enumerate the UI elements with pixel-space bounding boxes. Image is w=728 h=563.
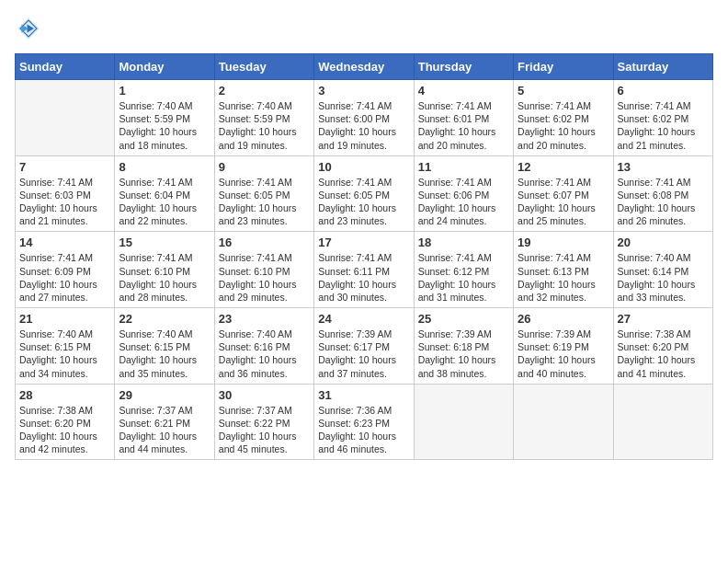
daylight-minutes: and 45 minutes. — [219, 442, 310, 455]
daylight-text: Daylight: 10 hours — [119, 353, 210, 366]
day-number: 12 — [518, 160, 609, 174]
sunrise-text: Sunrise: 7:41 AM — [518, 176, 609, 189]
logo — [15, 15, 46, 42]
day-number: 13 — [618, 160, 709, 174]
day-number: 28 — [19, 388, 110, 402]
sunset-text: Sunset: 5:59 PM — [119, 112, 210, 125]
daylight-minutes: and 24 minutes. — [418, 214, 509, 227]
day-number: 9 — [219, 160, 310, 174]
sunrise-text: Sunrise: 7:37 AM — [119, 404, 210, 417]
calendar-cell: 4 Sunrise: 7:41 AM Sunset: 6:01 PM Dayli… — [414, 80, 513, 156]
day-number: 2 — [219, 84, 310, 98]
day-number: 26 — [518, 312, 609, 326]
calendar-cell: 2 Sunrise: 7:40 AM Sunset: 5:59 PM Dayli… — [214, 80, 313, 156]
daylight-minutes: and 44 minutes. — [119, 442, 210, 455]
day-number: 23 — [219, 312, 310, 326]
daylight-text: Daylight: 10 hours — [518, 278, 609, 291]
sunrise-text: Sunrise: 7:38 AM — [19, 404, 110, 417]
daylight-minutes: and 25 minutes. — [518, 214, 609, 227]
daylight-minutes: and 18 minutes. — [119, 139, 210, 152]
sunrise-text: Sunrise: 7:41 AM — [618, 99, 709, 112]
calendar-cell — [414, 384, 513, 460]
sunset-text: Sunset: 6:15 PM — [119, 340, 210, 353]
daylight-text: Daylight: 10 hours — [418, 201, 509, 214]
day-number: 22 — [119, 312, 210, 326]
daylight-minutes: and 21 minutes. — [618, 139, 709, 152]
sunrise-text: Sunrise: 7:41 AM — [418, 176, 509, 189]
daylight-text: Daylight: 10 hours — [518, 201, 609, 214]
day-number: 1 — [119, 84, 210, 98]
daylight-text: Daylight: 10 hours — [318, 201, 409, 214]
sunset-text: Sunset: 6:09 PM — [19, 265, 110, 278]
sunset-text: Sunset: 6:13 PM — [518, 265, 609, 278]
daylight-text: Daylight: 10 hours — [618, 278, 709, 291]
day-number: 16 — [219, 236, 310, 249]
calendar-cell: 18 Sunrise: 7:41 AM Sunset: 6:12 PM Dayl… — [414, 232, 513, 308]
daylight-text: Daylight: 10 hours — [318, 353, 409, 366]
daylight-text: Daylight: 10 hours — [418, 353, 509, 366]
calendar-table: SundayMondayTuesdayWednesdayThursdayFrid… — [15, 53, 713, 460]
calendar-cell — [613, 384, 712, 460]
sunrise-text: Sunrise: 7:39 AM — [518, 327, 609, 340]
sunset-text: Sunset: 6:22 PM — [219, 417, 310, 430]
day-number: 4 — [418, 84, 509, 98]
calendar-cell: 8 Sunrise: 7:41 AM Sunset: 6:04 PM Dayli… — [115, 155, 214, 232]
daylight-minutes: and 33 minutes. — [618, 291, 709, 304]
daylight-minutes: and 35 minutes. — [119, 367, 210, 380]
daylight-minutes: and 37 minutes. — [318, 367, 409, 380]
calendar-cell: 30 Sunrise: 7:37 AM Sunset: 6:22 PM Dayl… — [214, 384, 313, 460]
calendar-cell: 21 Sunrise: 7:40 AM Sunset: 6:15 PM Dayl… — [16, 308, 115, 385]
daylight-minutes: and 20 minutes. — [418, 139, 509, 152]
sunrise-text: Sunrise: 7:38 AM — [618, 327, 709, 340]
daylight-text: Daylight: 10 hours — [119, 201, 210, 214]
sunrise-text: Sunrise: 7:41 AM — [318, 251, 409, 264]
calendar-cell: 11 Sunrise: 7:41 AM Sunset: 6:06 PM Dayl… — [414, 155, 513, 232]
daylight-text: Daylight: 10 hours — [219, 353, 310, 366]
sunrise-text: Sunrise: 7:41 AM — [418, 99, 509, 112]
daylight-text: Daylight: 10 hours — [418, 125, 509, 138]
sunset-text: Sunset: 6:12 PM — [418, 265, 509, 278]
calendar-cell: 9 Sunrise: 7:41 AM Sunset: 6:05 PM Dayli… — [214, 155, 313, 232]
calendar-cell — [514, 384, 613, 460]
calendar-cell: 23 Sunrise: 7:40 AM Sunset: 6:16 PM Dayl… — [214, 308, 313, 385]
calendar-week-row: 21 Sunrise: 7:40 AM Sunset: 6:15 PM Dayl… — [16, 308, 713, 385]
day-of-week-header: Thursday — [414, 54, 513, 80]
sunrise-text: Sunrise: 7:41 AM — [318, 176, 409, 189]
sunset-text: Sunset: 6:16 PM — [219, 340, 310, 353]
day-number: 10 — [318, 160, 409, 174]
day-number: 24 — [318, 312, 409, 326]
sunset-text: Sunset: 6:11 PM — [318, 265, 409, 278]
sunset-text: Sunset: 6:06 PM — [418, 189, 509, 201]
daylight-minutes: and 19 minutes. — [219, 139, 310, 152]
daylight-text: Daylight: 10 hours — [418, 278, 509, 291]
sunset-text: Sunset: 6:14 PM — [618, 265, 709, 278]
sunrise-text: Sunrise: 7:41 AM — [318, 99, 409, 112]
sunrise-text: Sunrise: 7:39 AM — [418, 327, 509, 340]
daylight-text: Daylight: 10 hours — [119, 430, 210, 442]
sunrise-text: Sunrise: 7:40 AM — [219, 99, 310, 112]
sunrise-text: Sunrise: 7:41 AM — [418, 251, 509, 264]
logo-icon — [15, 15, 42, 42]
sunset-text: Sunset: 6:23 PM — [318, 417, 409, 430]
sunrise-text: Sunrise: 7:39 AM — [318, 327, 409, 340]
sunset-text: Sunset: 6:18 PM — [418, 340, 509, 353]
daylight-text: Daylight: 10 hours — [19, 201, 110, 214]
calendar-cell — [16, 80, 115, 156]
day-number: 27 — [618, 312, 709, 326]
day-number: 6 — [618, 84, 709, 98]
daylight-minutes: and 26 minutes. — [618, 214, 709, 227]
calendar-cell: 16 Sunrise: 7:41 AM Sunset: 6:10 PM Dayl… — [214, 232, 313, 308]
daylight-text: Daylight: 10 hours — [318, 430, 409, 442]
sunset-text: Sunset: 6:20 PM — [19, 417, 110, 430]
sunset-text: Sunset: 6:07 PM — [518, 189, 609, 201]
calendar-cell: 27 Sunrise: 7:38 AM Sunset: 6:20 PM Dayl… — [613, 308, 712, 385]
daylight-text: Daylight: 10 hours — [618, 125, 709, 138]
sunset-text: Sunset: 6:03 PM — [19, 189, 110, 201]
daylight-minutes: and 19 minutes. — [318, 139, 409, 152]
calendar-cell: 31 Sunrise: 7:36 AM Sunset: 6:23 PM Dayl… — [314, 384, 414, 460]
daylight-minutes: and 20 minutes. — [518, 139, 609, 152]
header-row: SundayMondayTuesdayWednesdayThursdayFrid… — [16, 54, 713, 80]
day-of-week-header: Tuesday — [214, 54, 313, 80]
daylight-text: Daylight: 10 hours — [19, 430, 110, 442]
daylight-text: Daylight: 10 hours — [518, 353, 609, 366]
